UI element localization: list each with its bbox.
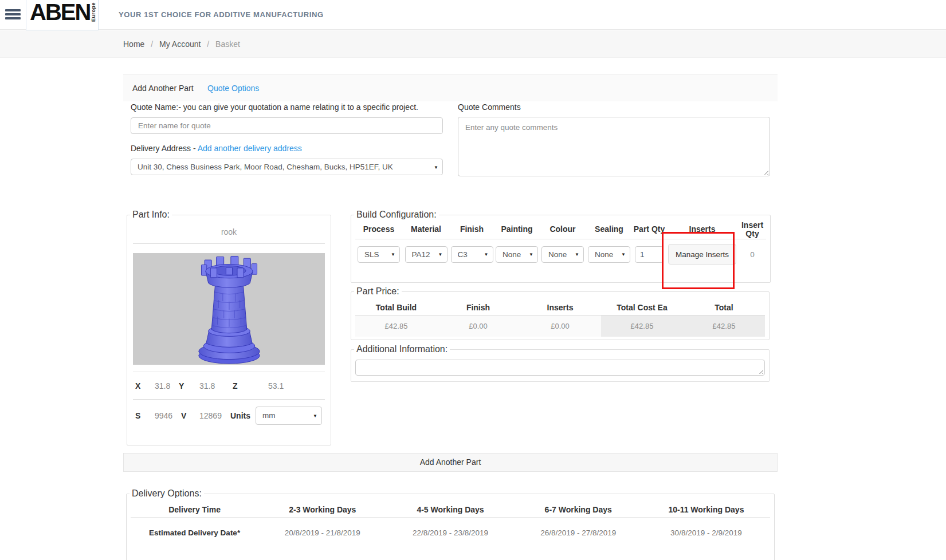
quote-name-input[interactable] (131, 117, 443, 134)
part-preview-rook (181, 253, 277, 365)
dim-y-value: 31.8 (199, 381, 233, 391)
delivery-header-4-5: 4-5 Working Days (386, 501, 514, 518)
painting-select[interactable]: None ▼ (496, 246, 538, 263)
delivery-header-2-3: 2-3 Working Days (258, 501, 386, 518)
quote-comments-textarea[interactable] (458, 117, 770, 176)
insert-qty-value: 0 (750, 250, 755, 259)
units-select-control[interactable]: mm (256, 407, 321, 424)
sealing-select-control[interactable]: None (588, 247, 630, 262)
dim-y-label: Y (179, 381, 199, 391)
delivery-options-table: Delivery Time Estimated Delivery Date* 2… (127, 501, 774, 542)
price-value-total-build: £42.85 (355, 316, 437, 337)
stat-v-label: V (181, 411, 199, 420)
manage-inserts-button[interactable]: Manage Inserts (668, 244, 736, 265)
dim-z-label: Z (233, 381, 268, 391)
part-name: rook (127, 227, 331, 236)
price-header-total: Total (683, 299, 765, 316)
part-price-section: Part Price: Total Build £42.85 Finish £0… (351, 286, 770, 340)
price-value-inserts: £0.00 (519, 316, 601, 337)
colour-select-control[interactable]: None (542, 247, 583, 262)
delivery-address-select-control[interactable]: Unit 30, Chess Business Park, Moor Road,… (131, 159, 442, 175)
delivery-date-4-5: 22/8/2019 - 23/8/2019 (386, 518, 514, 542)
delivery-header-6-7: 6-7 Working Days (515, 501, 642, 518)
part-qty-input[interactable] (635, 246, 664, 263)
quote-comments-field (458, 117, 770, 176)
finish-select-control[interactable]: C3 (452, 247, 493, 262)
material-select[interactable]: PA12 ▼ (405, 246, 448, 263)
delivery-address-select[interactable]: Unit 30, Chess Business Park, Moor Road,… (131, 159, 443, 175)
units-select[interactable]: mm ▼ (256, 407, 322, 425)
app-header: ABEN Europe ABEN YOUR 1ST CHOICE FOR ADD… (0, 0, 946, 30)
delivery-address-label: Delivery Address - Add another delivery … (131, 144, 302, 153)
col-header-process: Process (355, 220, 402, 239)
breadcrumb-separator: / (207, 40, 209, 49)
stat-v-value: 12869 (199, 411, 230, 420)
additional-information-legend: Additional Information: (354, 344, 450, 354)
price-header-inserts: Inserts (519, 299, 601, 316)
page: ABEN Europe ABEN YOUR 1ST CHOICE FOR ADD… (0, 0, 946, 560)
col-header-insert-qty: Insert Qty (739, 220, 766, 239)
additional-information-section: Additional Information: (351, 344, 770, 382)
delivery-header-10-11: 10-11 Working Days (642, 501, 770, 518)
stat-s-label: S (135, 411, 155, 420)
part-preview-image (133, 253, 325, 365)
col-header-sealing: Sealing (586, 220, 633, 239)
tab-strip: Add Another Part Quote Options (123, 74, 778, 101)
add-another-part-button[interactable]: Add Another Part (123, 453, 778, 472)
price-header-total-build: Total Build (355, 299, 437, 316)
sealing-select[interactable]: None ▼ (588, 246, 630, 263)
quote-name-label: Quote Name:- you can give your quotation… (131, 102, 418, 112)
breadcrumb: Home / My Account / Basket (123, 30, 240, 58)
process-select-control[interactable]: SLS (358, 247, 399, 262)
part-dimensions-row: X 31.8 Y 31.8 Z 53.1 (127, 372, 331, 399)
delivery-date-2-3: 20/8/2019 - 21/8/2019 (258, 518, 386, 542)
col-header-material: Material (402, 220, 450, 239)
finish-select[interactable]: C3 ▼ (451, 246, 493, 263)
part-info-legend: Part Info: (130, 210, 172, 220)
units-label: Units (230, 411, 256, 420)
part-info-section: Part Info: rook (127, 210, 331, 445)
col-header-part-qty: Part Qty (633, 220, 666, 239)
delivery-header-time: Delivery Time (131, 501, 258, 518)
menu-icon[interactable] (5, 9, 21, 21)
build-configuration-section: Build Configuration: Process SLS ▼ Mater… (351, 210, 771, 283)
delivery-date-10-11: 30/8/2019 - 2/9/2019 (642, 518, 770, 542)
additional-information-input[interactable] (355, 360, 765, 376)
price-value-total-cost-ea: £42.85 (601, 316, 683, 337)
part-price-table: Total Build £42.85 Finish £0.00 Inserts … (351, 299, 769, 337)
logo-subtext: Europe (91, 1, 96, 23)
tagline: YOUR 1ST CHOICE FOR ADDITIVE MANUFACTURI… (119, 0, 324, 30)
tab-add-another-part[interactable]: Add Another Part (132, 75, 194, 102)
quote-comments-label: Quote Comments (458, 102, 521, 112)
breadcrumb-home[interactable]: Home (123, 40, 144, 49)
breadcrumb-basket: Basket (215, 40, 240, 49)
tab-quote-options[interactable]: Quote Options (207, 75, 259, 102)
process-select[interactable]: SLS ▼ (358, 246, 400, 263)
delivery-options-legend: Delivery Options: (129, 488, 204, 499)
price-header-finish: Finish (437, 299, 519, 316)
col-header-colour: Colour (540, 220, 586, 239)
material-select-control[interactable]: PA12 (406, 247, 447, 262)
col-header-painting: Painting (494, 220, 540, 239)
build-configuration-legend: Build Configuration: (354, 210, 439, 220)
breadcrumb-bar: Home / My Account / Basket (0, 30, 946, 58)
delivery-date-6-7: 26/8/2019 - 27/8/2019 (515, 518, 642, 542)
price-value-total: £42.85 (683, 316, 765, 337)
breadcrumb-separator: / (151, 40, 153, 49)
delivery-options-section: Delivery Options: Delivery Time Estimate… (126, 488, 775, 560)
col-header-inserts: Inserts (666, 220, 739, 239)
logo-text: ABEN (30, 1, 90, 23)
colour-select[interactable]: None ▼ (541, 246, 584, 263)
dim-z-value: 53.1 (268, 381, 284, 391)
part-price-legend: Part Price: (354, 286, 402, 297)
price-value-finish: £0.00 (437, 316, 519, 337)
stat-s-value: 9946 (155, 411, 181, 420)
painting-select-control[interactable]: None (496, 247, 537, 262)
price-header-total-cost-ea: Total Cost Ea (601, 299, 683, 316)
col-header-finish: Finish (450, 220, 494, 239)
logo[interactable]: ABEN Europe ABEN (26, 0, 99, 30)
breadcrumb-my-account[interactable]: My Account (159, 40, 201, 49)
add-delivery-address-link[interactable]: Add another delivery address (198, 144, 302, 153)
delivery-row-label: Estimated Delivery Date* (131, 518, 258, 542)
delivery-address-label-text: Delivery Address - (131, 144, 196, 153)
